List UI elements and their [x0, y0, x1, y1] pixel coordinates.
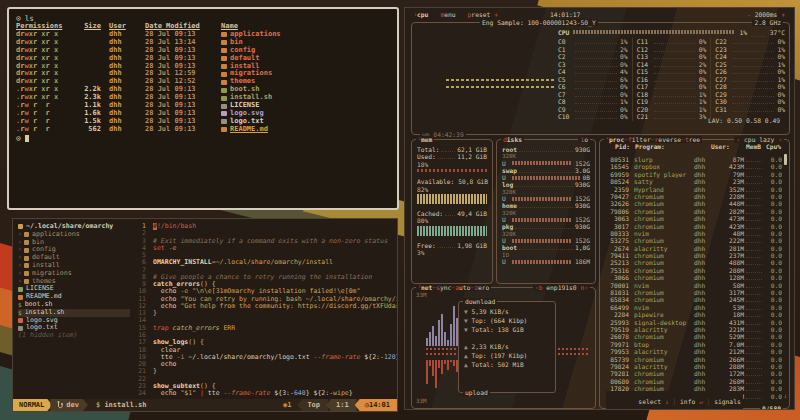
- interval-increase[interactable]: +: [781, 11, 785, 18]
- cpu-core: C231%: [715, 46, 785, 54]
- code-line[interactable]: 6OMARCHY_INSTALL=~/.local/share/omarchy/…: [130, 259, 397, 266]
- process-row[interactable]: 2284pipewiredhh18M0.0: [603, 311, 782, 318]
- cpu-core: C100%: [558, 113, 628, 121]
- process-row[interactable]: 16545dropboxdhh423M0.0: [603, 163, 782, 170]
- process-row[interactable]: 3066chromiumdhh128M0.0: [603, 274, 782, 281]
- process-row[interactable]: 3063chromiumdhh473M0.0: [603, 215, 782, 222]
- proc-column-Cpu[interactable]: Cpu%: [761, 143, 781, 150]
- net-panel: ³net─sync─auto─zero ‹b enp191s0 n› 33M 3…: [411, 287, 596, 409]
- file-row: .rwxr xr x2.2kdhh28 Jul 09:13boot.sh: [16, 86, 390, 94]
- file-name: README.md: [230, 126, 268, 134]
- folder-icon: [24, 271, 29, 276]
- process-row[interactable]: 3017chromiumdhh423M0.0: [603, 223, 782, 230]
- process-row[interactable]: 53275chromiumdhh222M0.0: [603, 237, 782, 244]
- shell-prompt-empty[interactable]: ⊙: [16, 134, 390, 143]
- proc-option-filter[interactable]: filter: [628, 136, 651, 143]
- process-row[interactable]: 79971btopdhh7.0M0.0: [603, 341, 782, 348]
- process-row[interactable]: 79953alacrittydhh212M0.0: [603, 348, 782, 355]
- file-size: [73, 31, 101, 39]
- cpu-graph-line: [446, 79, 554, 81]
- code-line[interactable]: 12 echo "Get help from the community: ht…: [130, 303, 397, 310]
- process-row[interactable]: 80680chromiumdhh268M0.0: [603, 378, 782, 385]
- proc-option-tree[interactable]: tree: [685, 136, 700, 143]
- process-row[interactable]: 65834chromiumdhh245M0.0: [603, 296, 782, 303]
- core-zone: CPU 1% ____ 37°C C01%C12%C20%C30%C44%C56…: [558, 28, 785, 123]
- process-row[interactable]: 70427chromiumdhh228M0.0: [603, 193, 782, 200]
- cpu-core: C220%: [715, 38, 785, 46]
- proc-column-MemB[interactable]: MemB: [735, 143, 761, 150]
- proc-option-reverse[interactable]: reverse: [655, 136, 682, 143]
- code-line[interactable]: 13}: [130, 310, 397, 317]
- process-row[interactable]: 80531slurpdhh87M0.0: [603, 156, 782, 163]
- statusline-right: ◉1 Top 1:1 ◷14:01: [277, 399, 397, 411]
- interval-decrease[interactable]: -: [747, 11, 751, 18]
- core-graph: [732, 58, 774, 59]
- process-row[interactable]: 80524sattydhh23M0.0: [603, 178, 782, 185]
- process-row[interactable]: 25993signal-desktopdhh431M0.0: [603, 319, 782, 326]
- process-row[interactable]: 79806chromiumdhh282M0.0: [603, 208, 782, 215]
- menu-button[interactable]: menu: [440, 10, 455, 19]
- file-icon: [221, 111, 227, 116]
- core-graph: [654, 66, 696, 67]
- tab-cpu[interactable]: ¹cpu: [414, 10, 428, 19]
- code-line[interactable]: 24 echo "$1" | tte --frame-rate ${3:-640…: [130, 390, 397, 397]
- disk-item: root930G320KU 152G: [502, 146, 590, 167]
- process-row[interactable]: 79281chromiumdhh172M0.0: [603, 370, 782, 377]
- code-buffer[interactable]: 1#!/bin/bash23# Exit immediately if a co…: [130, 219, 397, 399]
- btop-window[interactable]: ¹cpu menu preset + 14:01:17 - 2000ms + E…: [404, 7, 795, 410]
- permissions: .rw r r: [16, 126, 73, 134]
- io-toggle[interactable]: io: [578, 136, 590, 143]
- terminal-window[interactable]: ⊙ ls PermissionsSizeUserDate ModifiedNam…: [7, 7, 399, 210]
- process-row[interactable]: 32626chromiumdhh448M0.0: [603, 200, 782, 207]
- file-row: drwxr xr xdhh28 Jul 09:13default: [16, 55, 390, 63]
- process-row[interactable]: 2359Hyprlanddhh352M0.0: [603, 186, 782, 193]
- process-row[interactable]: 69959spotify_playerdhh79M0.0: [603, 171, 782, 178]
- disks-title[interactable]: disks: [501, 136, 524, 143]
- disks-panel: disks io root930G320KU 152Gswap3.0GU 0Bl…: [496, 139, 596, 284]
- process-row[interactable]: 25213chromiumdhh488M0.0: [603, 259, 782, 266]
- net-option-auto[interactable]: auto: [455, 284, 470, 291]
- net-option-zero[interactable]: zero: [474, 284, 489, 291]
- cpu-frequency: 2.8 GHz: [752, 19, 783, 26]
- proc-sort[interactable]: ‹ cpu lazy ›: [734, 136, 784, 143]
- process-row[interactable]: 79824alacrittydhh288M0.0: [603, 363, 782, 370]
- net-interface[interactable]: ‹b enp191s0 n›: [533, 284, 590, 291]
- scroll-down-icon[interactable]: ↓: [783, 392, 787, 399]
- folder-icon: [24, 232, 29, 237]
- editor-window[interactable]: ~/.local/share/omarchy›applications›bin›…: [12, 218, 398, 412]
- process-row[interactable]: 81031chromiumdhh317M0.0: [603, 289, 782, 296]
- cpu-core: C01%: [558, 38, 628, 46]
- scrollbar-thumb[interactable]: [784, 154, 787, 165]
- file-name-cell: README.md: [213, 126, 390, 134]
- upload-stat: ▲ Top: (197 Kibp): [464, 351, 550, 360]
- preset-button[interactable]: preset +: [468, 10, 498, 19]
- proc-footer: select ↓ ┊ info ↵ ┊ signals: [606, 391, 743, 410]
- download-stat: ▼ 5,39 KiB/s: [464, 307, 550, 316]
- file-row: drwxr xr xdhh28 Jul 09:13install: [16, 63, 390, 71]
- code-line[interactable]: 21}: [130, 368, 397, 375]
- proc-column-Pid[interactable]: Pid:: [604, 143, 630, 150]
- editor-main: ~/.local/share/omarchy›applications›bin›…: [13, 219, 397, 399]
- code-line[interactable]: 20 echo: [130, 361, 397, 368]
- process-row[interactable]: 79519alacrittydhh221M0.0: [603, 326, 782, 333]
- branch-icon: [57, 401, 63, 409]
- process-row[interactable]: 80333nvimdhh48M0.0: [603, 230, 782, 237]
- net-option-sync[interactable]: sync: [436, 284, 451, 291]
- core-graph: [732, 43, 774, 44]
- process-row[interactable]: 85739chromiumdhh266M0.0: [603, 356, 782, 363]
- code-line[interactable]: 1#!/bin/bash: [130, 223, 397, 230]
- process-row[interactable]: 26078chromiumdhh529M0.0: [603, 333, 782, 340]
- core-graph: [575, 51, 617, 52]
- file-size: 562: [73, 126, 101, 134]
- process-row[interactable]: 70001nvimdhh58M0.0: [603, 282, 782, 289]
- proc-column-Program[interactable]: Program:: [630, 143, 711, 150]
- proc-column-User[interactable]: User:: [711, 143, 735, 150]
- code-line[interactable]: 4set -e: [130, 245, 397, 252]
- process-row[interactable]: 79411chromiumdhh237M0.0: [603, 252, 782, 259]
- process-row[interactable]: 2674alacrittydhh281M0.0: [603, 245, 782, 252]
- mem-title[interactable]: ²mem: [416, 136, 434, 143]
- code-line[interactable]: 15trap catch_errors ERR: [130, 325, 397, 332]
- process-row[interactable]: 66499nvimdhh53M0.0: [603, 304, 782, 311]
- process-row[interactable]: 75316chromiumdhh288M0.0: [603, 267, 782, 274]
- disk-item: pkg930G320KU 152G: [502, 223, 590, 244]
